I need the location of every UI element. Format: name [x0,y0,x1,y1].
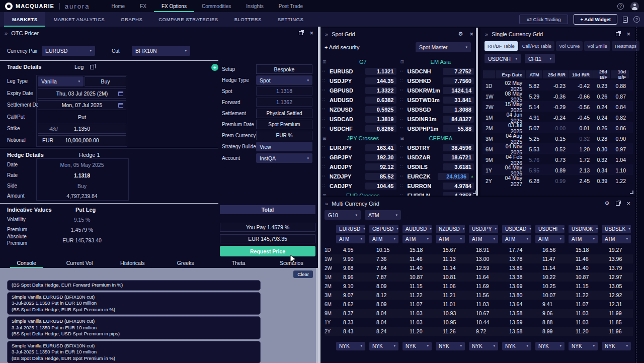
dock-divider[interactable] [636,27,636,363]
request-price-button[interactable]: Request Price [220,246,315,256]
add-widget-button[interactable]: + Add Widget [574,14,617,25]
spot-row-usdsgd[interactable]: ∷USDSGD1.3088 [400,105,474,114]
mcg-sub-select-usdcad[interactable]: ATM▾ [502,235,531,243]
collapse-icon[interactable]: » [325,201,328,207]
popout-icon[interactable] [616,32,620,36]
mcg-pair-select-audusd[interactable]: AUDUSD▾ [403,225,432,233]
mcg-venue-select-nzdusd[interactable]: NYK▾ [436,342,465,350]
add-security-button[interactable]: + Add security [325,44,359,50]
hedge-tab[interactable]: Hedge 1 [79,152,100,158]
mcg-sub-select-audusd[interactable]: ATM▾ [403,235,432,243]
tab-blotters[interactable]: BLOTTERS [226,12,270,27]
scg-table-row-2m[interactable]: 2M03 Jul 20255.070.000.010.260.86 [482,122,633,133]
spot-row-eurron[interactable]: ∷EURRON4.9784 [400,181,474,191]
gear-icon[interactable]: ⚙ [605,201,610,206]
nav-item-fx[interactable]: FX [132,0,154,12]
tab-markets[interactable]: MARKETS [4,12,45,27]
scg-table-row-2y[interactable]: 2Y04 May 20276.280.992.450.391.22 [482,175,633,186]
mcg-pair-select-usdcad[interactable]: USDCAD▾ [502,225,531,233]
scg-tab-call-put-table[interactable]: Call/Put Table [519,41,554,51]
expiry-date-field[interactable]: Thu, 03 Jul 2025 (2M) [38,88,126,99]
scg-table-row-1m[interactable]: 1M04 Jun 20254.91-0.24-0.450.240.82 [482,112,633,122]
mcg-pair-select-gbpusd[interactable]: GBPUSD▾ [369,225,398,233]
spot-row-usdinr1m[interactable]: ∷USDINR1m84.8327 [400,114,474,124]
mcg-venue-select-usdnok[interactable]: NYK▾ [569,342,598,350]
scg-tab-rr-bf-table[interactable]: RR/BF Table [485,41,518,51]
scg-tab-heatmaps[interactable]: Heatmaps [612,41,639,51]
nav-item-home[interactable]: Home [104,0,132,12]
notional-field[interactable]: EUR 10,000,000.00 [38,135,126,145]
strategy-builder-view-button[interactable]: View [256,142,312,151]
scg-table-row-1w[interactable]: 1W08 May 20255.29-0.36-0.660.260.87 [482,90,633,101]
nav-item-post-trade[interactable]: Post Trade [271,0,310,12]
tab-market-analytics[interactable]: MARKET ANALYTICS [45,12,113,27]
copy-leg-icon[interactable] [90,65,94,69]
leg-tab[interactable]: Leg [74,64,84,70]
mcg-venue-select-usdcad[interactable]: NYK▾ [502,342,531,350]
premium-date-field[interactable]: Spot Premium [256,120,312,129]
resize-handle[interactable] [473,191,476,194]
spot-row-nzdjpy[interactable]: ∷NZDJPY85.52 [323,171,396,181]
mcg-metric-select[interactable]: ATM ▾ [365,210,401,220]
mcg-venue-select-usdchf[interactable]: NYK▾ [535,342,565,350]
spot-grid-scrollbar[interactable] [476,28,478,196]
scg-table-row-6m[interactable]: 6M04 Nov 20255.530.521.200.300.97 [482,143,633,154]
scg-table-row-1d[interactable]: 1D02 May 20255.82-0.23-0.420.230.88 [482,80,633,90]
scg-pair-select[interactable]: USDCNH ▾ [485,54,521,63]
spot-row-usdcad[interactable]: ∷USDCAD1.3819 [323,114,396,124]
account-select[interactable]: InstQA ▾ [256,153,312,163]
spot-row-eurusd[interactable]: ∷EURUSD1.1321 [323,66,396,76]
mcg-pair-select-eurusd[interactable]: EURUSD▾ [336,225,365,233]
settlement-field[interactable]: Physical Settled [256,109,312,118]
settlement-date-field[interactable]: Mon, 07 Jul 2025 [38,100,126,110]
help-icon[interactable]: ? [617,3,624,10]
close-icon[interactable]: × [626,31,630,37]
spot-row-usdtry[interactable]: ∷USDTRY38.4596 [400,143,474,152]
mcg-sub-select-gbpusd[interactable]: ATM▾ [369,235,398,243]
mcg-pair-select-nzdusd[interactable]: NZDUSD▾ [436,225,465,233]
click-trading-button[interactable]: x2 Click Trading [519,15,569,24]
leg-type-select[interactable]: Vanilla ▾ [38,76,84,86]
spot-row-usdils[interactable]: ∷USDILS3.6181 [400,162,474,171]
scg-tab-vol-curve[interactable]: Vol Curve [556,41,583,51]
console-tab-greeks[interactable]: Greeks [159,258,212,268]
spot-row-usdphp1m[interactable]: ∷USDPHP1m55.88 [400,124,474,133]
spot-row-usdtwd1m[interactable]: ∷USDTWD1m31.841 [400,95,474,105]
scg-curve-select[interactable]: CH11 ▾ [525,54,555,63]
spot-row-usdkrw1m[interactable]: ∷USDKRW1m1424.14 [400,85,474,95]
close-icon[interactable]: × [626,200,630,207]
nav-item-insights[interactable]: Insights [238,0,271,12]
spot-row-gbpusd[interactable]: ∷GBPUSD1.3322 [323,85,396,95]
scg-table-row-9m[interactable]: 9M04 Feb 20265.760.731.720.321.04 [482,154,633,164]
console-tab-console[interactable]: Console [0,258,53,268]
spot-row-eurpln[interactable]: ∷EURPLN4.2858 [400,191,474,196]
spot-row-audjpy[interactable]: ∷AUDJPY92.12 [323,162,396,171]
mcg-sub-select-usdsek[interactable]: ATM▾ [602,235,631,243]
scg-table-row-3m[interactable]: 3M04 Aug 20255.250.150.320.280.90 [482,133,633,143]
side-button[interactable]: Buy [85,76,126,86]
mcg-pair-select-usdjpy[interactable]: USDJPY▾ [469,225,498,233]
spot-row-cadjpy[interactable]: ∷CADJPY104.45 [323,181,396,191]
tab-compare-strategies[interactable]: COMPARE STRATEGIES [150,12,226,27]
spot-row-eurczk[interactable]: ∷EURCZK24.9136▲ [400,171,474,181]
collapse-icon[interactable]: » [485,31,488,37]
calendar-icon[interactable] [118,92,123,96]
clear-button[interactable]: Clear [293,270,313,278]
setup-field[interactable]: Bespoke [256,64,312,74]
spot-row-audusd[interactable]: ∷AUDUSD0.6382 [323,95,396,105]
scg-table-row-2w[interactable]: 2W15 May 20255.14-0.29-0.560.240.84 [482,101,633,112]
notional-currency[interactable]: EUR [42,137,53,143]
mcg-sub-select-usdnok[interactable]: ATM▾ [569,235,598,243]
spot-row-usdcnh[interactable]: ∷USDCNH7.2752 [400,66,474,76]
mcg-venue-select-usdjpy[interactable]: NYK▾ [469,342,498,350]
mcg-venue-select-usdsek[interactable]: NYK▾ [602,342,631,350]
tab-graphs[interactable]: GRAPHS [113,12,150,27]
mcg-sub-select-usdjpy[interactable]: ATM▾ [469,235,498,243]
console-tab-historicals[interactable]: Historicals [106,258,159,268]
mcg-sub-select-usdchf[interactable]: ATM▾ [535,235,565,243]
mcg-venue-select-gbpusd[interactable]: NYK▾ [369,342,398,350]
spot-row-nzdusd[interactable]: ∷NZDUSD0.5925 [323,105,396,114]
mcg-venue-select-audusd[interactable]: NYK▾ [403,342,432,350]
nav-item-commodities[interactable]: Commodities [194,0,238,12]
user-avatar-icon[interactable] [630,2,639,11]
